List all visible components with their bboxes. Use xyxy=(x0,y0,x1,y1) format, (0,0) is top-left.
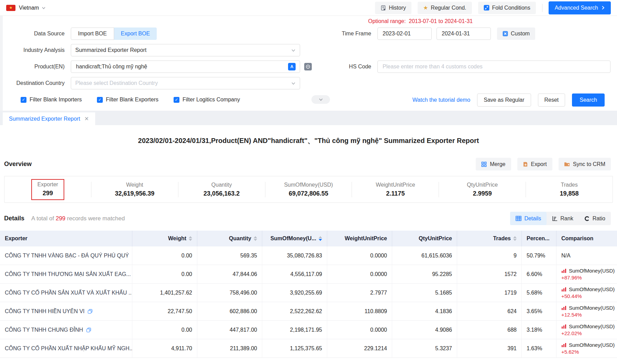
trend-chart-icon xyxy=(561,268,566,273)
filter-blank-exporters-checkbox[interactable]: ✓ Filter Blank Exporters xyxy=(97,97,158,103)
exact-match-icon[interactable] xyxy=(304,63,312,70)
industry-value: Summarized Exporter Report xyxy=(75,47,146,53)
exporter-cell[interactable]: CÔNG TY CỔ PHẦN XUẤT NHẬP KHẨU MỸ NGH... xyxy=(0,339,132,357)
hs-code-input[interactable] xyxy=(382,63,606,70)
copy-icon[interactable] xyxy=(88,309,92,314)
quantity-cell: 602,886.00 xyxy=(197,302,262,320)
data-source-label: Data Source xyxy=(9,31,65,37)
filter-logistics-checkbox[interactable]: ✓ Filter Logitics Company xyxy=(174,97,240,103)
quantity-cell: 211,389.00 xyxy=(197,339,262,357)
import-boe-button[interactable]: Import BOE xyxy=(71,27,114,40)
col-exporter: Exporter xyxy=(0,231,132,246)
view-ratio-button[interactable]: Ratio xyxy=(579,212,611,225)
topbar-divider xyxy=(542,4,542,12)
percent-cell: 3.65% xyxy=(521,302,556,320)
qty-unit-price-cell: 4.1836 xyxy=(392,302,457,320)
col-percent: Percen... xyxy=(521,231,556,246)
fold-conditions-button[interactable]: Fold Conditions xyxy=(478,2,536,14)
exporter-cell[interactable]: CÔNG TY CỔ PHẦN SẢN XUẤT VÀ XUẤT KHẨU ..… xyxy=(0,284,132,302)
filter-logistics-label: Filter Logitics Company xyxy=(183,97,240,103)
view-rank-button[interactable]: Rank xyxy=(547,212,579,225)
exporter-highlight-box: Exporter 299 xyxy=(31,179,64,200)
stat-qty-unit-price: QtyUnitPrice 2.9959 xyxy=(439,182,526,197)
stat-label: Trades xyxy=(526,182,613,188)
date-from-field[interactable] xyxy=(377,27,432,40)
percent-cell: 50.79% xyxy=(521,246,556,265)
search-button[interactable]: Search xyxy=(572,93,605,107)
col-quantity[interactable]: Quantity xyxy=(197,231,262,246)
exporter-cell[interactable]: CÔNG TY TNHH VÀNG BẠC - ĐÁ QUÝ PHÚ QUÝ xyxy=(0,246,132,265)
weight-cell: 22,747.50 xyxy=(132,302,197,320)
save-as-regular-button[interactable]: Save as Regular xyxy=(477,93,531,107)
country-selector[interactable]: Vietnam xyxy=(19,5,39,11)
data-source-segment: Import BOE Export BOE xyxy=(71,27,157,40)
copy-icon[interactable] xyxy=(86,328,91,332)
product-field[interactable]: A xyxy=(71,60,300,73)
close-icon[interactable]: ✕ xyxy=(84,115,89,122)
exporter-cell[interactable]: CÔNG TY TNHH THƯƠNG MẠI SẢN XUẤT EAG... xyxy=(0,265,132,283)
table-row[interactable]: CÔNG TY TNHH THƯƠNG MẠI SẢN XUẤT EAG... … xyxy=(0,265,617,284)
exporter-cell[interactable]: CÔNG TY TNHH CHUNG ĐỈNH xyxy=(0,321,132,339)
hs-code-field[interactable] xyxy=(377,60,610,73)
destination-select[interactable]: Please select Destination Country xyxy=(71,77,300,89)
comparison-cell: SumOfMoney(USD) +22.02% xyxy=(556,321,617,339)
records-count: 299 xyxy=(56,215,65,222)
sort-icon[interactable] xyxy=(254,236,257,241)
filter-blank-importers-checkbox[interactable]: ✓ Filter Blank Importers xyxy=(21,97,82,103)
sort-icon[interactable] xyxy=(513,236,517,241)
view-details-button[interactable]: Details xyxy=(510,212,547,225)
custom-range-button[interactable]: Custom xyxy=(497,27,535,40)
qty-unit-price-cell: 95.2285 xyxy=(392,265,457,283)
merge-button[interactable]: Merge xyxy=(476,158,511,170)
product-input[interactable] xyxy=(75,63,285,70)
col-weight[interactable]: Weight xyxy=(132,231,197,246)
stat-quantity: Quantity 23,056,163.2 xyxy=(178,182,265,197)
search-form: Optional range: 2013-07-01 to 2024-01-31… xyxy=(0,16,617,111)
col-sum-of-money[interactable]: SumOfMoney(U... xyxy=(262,231,327,246)
export-button[interactable]: Export xyxy=(517,158,552,170)
checkbox-checked-icon: ✓ xyxy=(97,97,103,103)
stat-value: 2.1175 xyxy=(352,190,439,197)
exporter-cell[interactable]: CÔNG TY TNHH HIỀN UYÊN VI xyxy=(0,302,132,320)
product-label: Product(EN) xyxy=(9,64,65,70)
overview-header: Overview Merge Export Sync to CRM xyxy=(4,158,611,170)
collapse-conditions-button[interactable] xyxy=(311,95,330,104)
sync-to-crm-button[interactable]: Sync to CRM xyxy=(559,158,611,170)
sort-icon[interactable] xyxy=(189,236,192,241)
percent-cell: 1.63% xyxy=(521,339,556,357)
chevron-down-icon[interactable] xyxy=(42,6,46,10)
industry-select[interactable]: Summarized Exporter Report xyxy=(71,44,300,56)
col-trades[interactable]: Trades xyxy=(457,231,521,246)
stat-value: 32,619,956.39 xyxy=(91,190,178,197)
qty-unit-price-cell: 4.9086 xyxy=(392,321,457,339)
tab-bar: Summarized Exporter Report ✕ xyxy=(0,111,617,125)
stat-value: 299 xyxy=(37,190,58,197)
col-comparison: Comparison xyxy=(556,231,617,246)
tutorial-link[interactable]: Watch the tutorial demo xyxy=(412,97,470,103)
table-row[interactable]: CÔNG TY TNHH HIỀN UYÊN VI 22,747.50 602,… xyxy=(0,302,617,321)
table-row[interactable]: CÔNG TY CỔ PHẦN SẢN XUẤT VÀ XUẤT KHẨU ..… xyxy=(0,284,617,302)
translate-icon[interactable]: A xyxy=(288,63,296,70)
time-frame-label: Time Frame xyxy=(335,31,371,37)
date-to-field[interactable] xyxy=(437,27,491,40)
stat-weight-unit-price: WeightUnitPrice 2.1175 xyxy=(352,182,439,197)
industry-label: Industry Analysis xyxy=(9,47,65,53)
comparison-change: +12.54% xyxy=(561,312,582,318)
stat-label: WeightUnitPrice xyxy=(352,182,439,188)
stat-trades: Trades 19,858 xyxy=(526,182,613,197)
advanced-search-button[interactable]: Advanced Search xyxy=(549,1,611,14)
table-row[interactable]: CÔNG TY CỔ PHẦN XUẤT NHẬP KHẨU MỸ NGH...… xyxy=(0,339,617,358)
sort-icon-active[interactable] xyxy=(319,236,322,241)
history-button[interactable]: History xyxy=(375,2,411,14)
tab-summarized-exporter-report[interactable]: Summarized Exporter Report ✕ xyxy=(3,112,95,125)
overview-stats-card: Exporter 299 Weight 32,619,956.39 Quanti… xyxy=(4,176,613,203)
regular-cond-button[interactable]: ★ Regular Cond. xyxy=(418,2,472,14)
reset-button[interactable]: Reset xyxy=(538,93,565,107)
table-row[interactable]: CÔNG TY TNHH CHUNG ĐỈNH 0.00 447,817.00 … xyxy=(0,321,617,339)
history-label: History xyxy=(389,5,406,11)
history-icon xyxy=(381,5,386,11)
export-boe-button[interactable]: Export BOE xyxy=(114,27,157,40)
top-bar: ★ Vietnam History ★ Regular Cond. Fold C… xyxy=(0,0,617,16)
table-row[interactable]: CÔNG TY TNHH VÀNG BẠC - ĐÁ QUÝ PHÚ QUÝ 0… xyxy=(0,246,617,265)
weight-cell: 4,911.70 xyxy=(132,339,197,357)
